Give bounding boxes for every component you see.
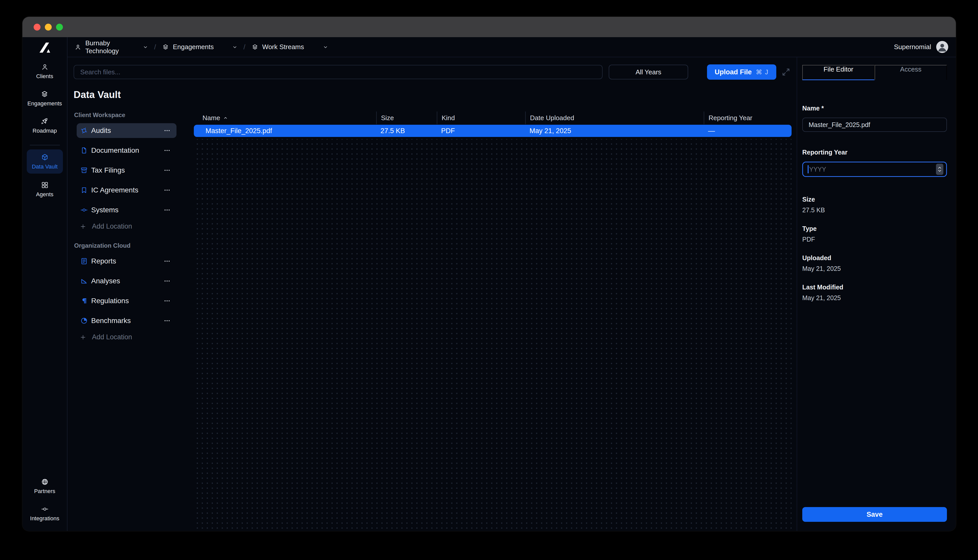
- breadcrumb-workstreams-dropdown[interactable]: Work Streams: [252, 43, 328, 51]
- column-header-date-uploaded[interactable]: Date Uploaded: [525, 112, 704, 124]
- plus-icon: [80, 334, 86, 341]
- zoom-window-button[interactable]: [56, 24, 63, 30]
- cube-icon: [41, 153, 48, 161]
- tree-section-label: Organization Cloud: [74, 242, 180, 249]
- breadcrumb: Burnaby Technology /: [75, 39, 328, 55]
- tree-item-audits[interactable]: Audits: [77, 123, 177, 138]
- column-header-kind[interactable]: Kind: [437, 112, 525, 124]
- tree-item-label: Reports: [91, 257, 163, 265]
- location-tree: Client Workspace Audits: [73, 112, 180, 531]
- window-titlebar: [22, 17, 956, 37]
- archive-icon: [80, 167, 88, 174]
- sidebar-item-clients[interactable]: Clients: [36, 63, 53, 80]
- column-header-name[interactable]: Name: [194, 112, 376, 124]
- sidebar-item-data-vault[interactable]: Data Vault: [27, 149, 63, 173]
- page-title: Data Vault: [73, 89, 791, 100]
- more-options-icon[interactable]: [163, 128, 171, 133]
- sidebar-item-engagements[interactable]: Engagements: [27, 90, 62, 107]
- tab-file-editor[interactable]: File Editor: [802, 65, 875, 80]
- tab-access[interactable]: Access: [875, 65, 947, 80]
- bookmark-icon: [80, 186, 88, 194]
- search-input[interactable]: [73, 65, 602, 79]
- person-icon: [75, 44, 81, 50]
- tree-item-regulations[interactable]: Regulations: [77, 293, 177, 308]
- tree-item-label: Tax Filings: [91, 166, 163, 174]
- table-header: Name Size Kind Date Uploaded Reporting Y…: [194, 112, 791, 124]
- tree-item-ic-agreements[interactable]: IC Agreements: [77, 183, 177, 198]
- upload-shortcut-hint: ⌘ J: [756, 68, 769, 76]
- app-body: Clients Engagements: [22, 37, 956, 531]
- year-filter-button[interactable]: All Years: [609, 65, 688, 79]
- more-options-icon[interactable]: [163, 298, 171, 304]
- sidebar-item-roadmap[interactable]: Roadmap: [33, 118, 57, 134]
- add-location-label: Add Location: [92, 333, 132, 341]
- column-header-size[interactable]: Size: [376, 112, 437, 124]
- meta-value-uploaded: May 21, 2025: [802, 265, 947, 272]
- more-options-icon[interactable]: [163, 167, 171, 173]
- tree-item-systems[interactable]: Systems: [77, 203, 177, 217]
- sidebar-item-integrations[interactable]: Integrations: [30, 505, 59, 522]
- more-options-icon[interactable]: [163, 258, 171, 264]
- breadcrumb-engagements-dropdown[interactable]: Engagements: [162, 43, 237, 51]
- target-icon: [80, 127, 88, 134]
- content-row: All Years Upload File ⌘ J: [67, 57, 956, 531]
- file-table: Name Size Kind Date Uploaded Reporting Y…: [194, 112, 791, 531]
- table-row-selected[interactable]: Master_File_2025.pdf 27.5 KB PDF May 21,…: [194, 125, 791, 137]
- year-filter-label: All Years: [636, 68, 661, 76]
- layers-icon: [252, 44, 258, 50]
- user-menu[interactable]: Supernomial: [894, 41, 948, 53]
- chevron-down-icon: [143, 45, 148, 50]
- workspace: Client Workspace Audits: [73, 112, 791, 531]
- reporting-year-field[interactable]: YYYY: [802, 162, 947, 177]
- app-window: Clients Engagements: [22, 17, 956, 531]
- tree-item-reports[interactable]: Reports: [77, 254, 177, 268]
- pie-icon: [80, 317, 88, 325]
- upload-file-button[interactable]: Upload File ⌘ J: [707, 64, 776, 80]
- more-options-icon[interactable]: [163, 147, 171, 153]
- git-commit-icon: [41, 505, 48, 513]
- expand-icon: [781, 67, 791, 77]
- report-icon: [80, 257, 88, 265]
- tree-item-label: Benchmarks: [91, 317, 163, 325]
- more-options-icon[interactable]: [163, 207, 171, 213]
- grid-icon: [41, 181, 48, 189]
- tree-item-analyses[interactable]: Analyses: [77, 273, 177, 288]
- text-cursor: [808, 165, 809, 173]
- sidebar-item-label: Data Vault: [32, 163, 58, 170]
- desktop: Clients Engagements: [0, 0, 978, 560]
- breadcrumb-separator: /: [244, 43, 245, 51]
- rocket-icon: [41, 118, 48, 125]
- sort-ascending-icon: [223, 115, 228, 120]
- reporting-year-field-label: Reporting Year: [802, 149, 947, 156]
- globe-icon: [41, 478, 48, 486]
- close-window-button[interactable]: [33, 24, 40, 30]
- add-location-button[interactable]: Add Location: [73, 222, 180, 230]
- upload-file-label: Upload File: [715, 68, 752, 76]
- meta-label-uploaded: Uploaded: [802, 254, 947, 262]
- empty-file-grid: [194, 139, 791, 531]
- number-stepper[interactable]: [936, 164, 943, 175]
- tree-item-tax-filings[interactable]: Tax Filings: [77, 163, 177, 178]
- name-field[interactable]: [802, 118, 947, 132]
- save-button[interactable]: Save: [802, 507, 947, 522]
- sidebar-item-partners[interactable]: Partners: [34, 478, 55, 495]
- more-options-icon[interactable]: [163, 187, 171, 193]
- more-options-icon[interactable]: [163, 318, 171, 324]
- commit-node-icon: [80, 206, 88, 214]
- meta-label-type: Type: [802, 225, 947, 232]
- layers-icon: [41, 90, 48, 98]
- minimize-window-button[interactable]: [45, 24, 52, 30]
- tree-item-benchmarks[interactable]: Benchmarks: [77, 313, 177, 328]
- breadcrumb-client-dropdown[interactable]: Burnaby Technology: [75, 39, 148, 55]
- meta-label-size: Size: [802, 196, 947, 203]
- add-location-button[interactable]: Add Location: [73, 333, 180, 341]
- sidebar-item-agents[interactable]: Agents: [36, 181, 53, 198]
- sidebar-item-label: Clients: [36, 73, 53, 80]
- expand-view-button[interactable]: [780, 67, 791, 78]
- inspector-tabs: File Editor Access: [802, 65, 947, 80]
- more-options-icon[interactable]: [163, 278, 171, 284]
- app-logo: [39, 42, 51, 53]
- chart-triangle-icon: [80, 277, 88, 285]
- column-header-reporting-year[interactable]: Reporting Year: [704, 112, 791, 124]
- tree-item-documentation[interactable]: Documentation: [77, 143, 177, 158]
